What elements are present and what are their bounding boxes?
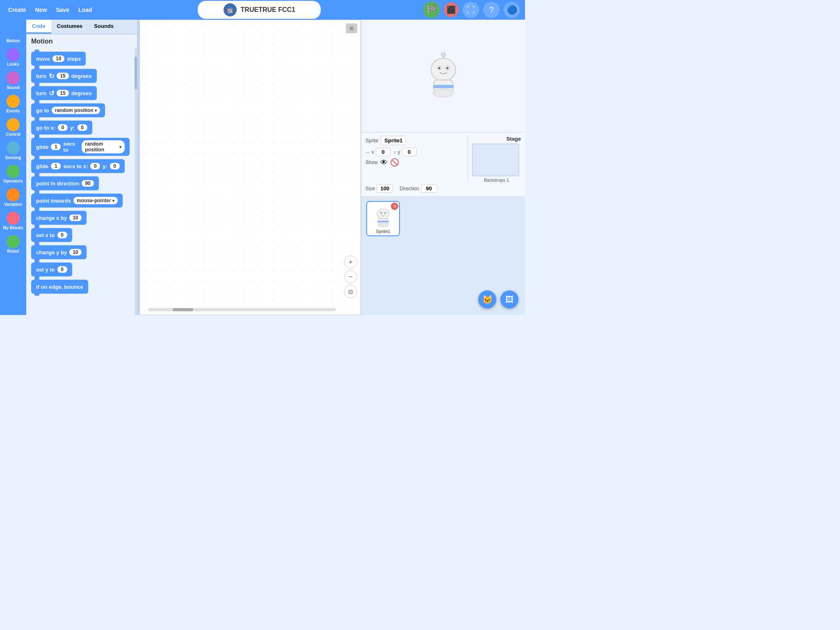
- main-layout: Motion Looks Sound Events Control Sensin…: [0, 20, 525, 315]
- motion-label: Motion: [7, 39, 20, 43]
- events-label: Events: [7, 109, 20, 113]
- sprite-info-container: Sprite Sprite1 ↔ x 0 ↕ y 0: [361, 132, 525, 196]
- stop-button[interactable]: ⬛: [444, 2, 459, 17]
- topbar-right: 🏁 ⬛ ⛶ ? 🔵: [423, 2, 520, 18]
- sensing-dot: [7, 142, 20, 155]
- operators-dot: [7, 165, 20, 178]
- sidebar-item-sensing[interactable]: Sensing: [3, 140, 24, 162]
- sprite-thumbnails-area: ✕ Sprite1 🐱 🖼: [361, 196, 525, 315]
- size-label: Size: [365, 186, 375, 192]
- svg-point-1: [441, 52, 445, 57]
- new-button[interactable]: New: [32, 5, 50, 15]
- canvas-minimap-btn[interactable]: ⊞: [346, 23, 357, 33]
- y-arrow-icon: ↕: [394, 150, 396, 155]
- block-turn-ccw[interactable]: turn ↺ 15 degrees: [31, 86, 97, 100]
- variables-dot: [7, 188, 20, 201]
- block-change-y[interactable]: change y by 10: [31, 245, 87, 259]
- svg-point-14: [385, 212, 386, 213]
- save-button[interactable]: Save: [52, 5, 73, 15]
- load-button[interactable]: Load: [75, 5, 95, 15]
- sensing-label: Sensing: [5, 155, 21, 160]
- x-value[interactable]: 0: [376, 148, 390, 156]
- block-set-x[interactable]: set x to 0: [31, 228, 72, 242]
- events-dot: [7, 95, 20, 108]
- sidebar-item-looks[interactable]: Looks: [4, 46, 22, 68]
- direction-group: Direction 90: [399, 184, 437, 193]
- sprite-info-top: Sprite Sprite1 ↔ x 0 ↕ y 0: [365, 136, 521, 183]
- green-flag-button[interactable]: 🏁: [423, 2, 440, 18]
- myblocks-label: My Blocks: [3, 226, 23, 230]
- sprite-thumb-1[interactable]: ✕ Sprite1: [366, 201, 400, 236]
- sprite-label: Sprite: [365, 138, 378, 144]
- svg-point-13: [381, 212, 381, 213]
- zoom-fit-button[interactable]: ⊟: [344, 285, 357, 298]
- sidebar-item-motion[interactable]: Motion: [4, 23, 23, 45]
- block-set-y[interactable]: set y to 0: [31, 262, 72, 276]
- y-label: y: [398, 149, 400, 155]
- svg-point-5: [438, 67, 440, 69]
- tab-sounds[interactable]: Sounds: [88, 20, 119, 34]
- block-move[interactable]: move 10 steps: [31, 52, 86, 66]
- add-backdrop-fab[interactable]: 🖼: [500, 290, 518, 308]
- block-point-dir[interactable]: point in direction 90: [31, 176, 99, 190]
- stage-preview: [361, 20, 525, 132]
- block-go-to-xy[interactable]: go to x: 0 y: 0: [31, 121, 92, 135]
- sidebar-item-sound[interactable]: Sound: [4, 70, 22, 91]
- stage-thumbnail[interactable]: [472, 144, 519, 176]
- sidebar-item-operators[interactable]: Operators: [1, 163, 25, 185]
- motion-dot: [7, 25, 20, 38]
- robot-sprite: [423, 51, 464, 100]
- direction-value[interactable]: 90: [421, 184, 437, 193]
- variables-label: Variables: [4, 202, 22, 207]
- block-turn-cw[interactable]: turn ↻ 15 degrees: [31, 69, 97, 83]
- block-change-x[interactable]: change x by 10: [31, 211, 87, 225]
- canvas-area[interactable]: ⊞ + − ⊟: [139, 20, 361, 315]
- svg-point-17: [378, 223, 388, 227]
- x-arrow-icon: ↔: [365, 150, 370, 155]
- block-if-edge[interactable]: if on edge, bounce: [31, 280, 88, 294]
- sprite-delete-btn[interactable]: ✕: [391, 203, 398, 210]
- show-eye-closed[interactable]: 🚫: [390, 158, 399, 167]
- y-value[interactable]: 0: [402, 148, 417, 156]
- add-sprite-fab[interactable]: 🐱: [478, 290, 496, 308]
- canvas-h-scrollbar-thumb[interactable]: [173, 308, 193, 311]
- sound-dot: [7, 71, 20, 84]
- fullscreen-button[interactable]: ⛶: [463, 2, 479, 18]
- tab-costumes[interactable]: Costumes: [51, 20, 89, 34]
- block-scroll: move 10 steps turn ↻ 15 degrees turn ↺ 1…: [26, 48, 135, 315]
- sidebar-item-events[interactable]: Events: [4, 93, 23, 115]
- looks-label: Looks: [7, 62, 19, 66]
- backdrops-label: Backdrops 1: [472, 178, 521, 183]
- block-glide-to-xy[interactable]: glide 1 secs to x: 0 y: 0: [31, 159, 125, 173]
- sidebar-item-control[interactable]: Control: [3, 116, 23, 138]
- canvas-h-scrollbar[interactable]: [148, 308, 336, 311]
- svg-rect-16: [378, 221, 388, 222]
- block-point-towards[interactable]: point towards mouse-pointer ▾: [31, 194, 123, 208]
- size-value[interactable]: 100: [377, 184, 393, 193]
- help-button[interactable]: ?: [483, 2, 500, 18]
- robot-dot: [7, 235, 20, 248]
- create-button[interactable]: Create: [5, 5, 30, 15]
- zoom-out-button[interactable]: −: [344, 270, 357, 283]
- zoom-controls: + − ⊟: [344, 256, 357, 298]
- sprite-xy-row: ↔ x 0 ↕ y 0: [365, 148, 464, 156]
- sidebar-item-variables[interactable]: Variables: [2, 187, 25, 208]
- show-row: Show 👁 🚫: [365, 158, 464, 167]
- canvas-background-dots: [140, 20, 361, 315]
- stage-section: Stage Backdrops 1: [468, 136, 521, 183]
- sprite-name-value[interactable]: Sprite1: [381, 136, 406, 145]
- block-go-to[interactable]: go to random position ▾: [31, 103, 105, 117]
- svg-rect-8: [434, 85, 453, 88]
- y-group: ↕ y 0: [394, 148, 417, 156]
- project-avatar: 🤖: [224, 3, 237, 16]
- zoom-in-button[interactable]: +: [344, 256, 357, 269]
- right-panel: Sprite Sprite1 ↔ x 0 ↕ y 0: [361, 20, 525, 315]
- bluetooth-button[interactable]: 🔵: [504, 2, 520, 18]
- sidebar-item-my-blocks[interactable]: My Blocks: [0, 210, 25, 232]
- myblocks-dot: [7, 212, 20, 225]
- block-glide-to[interactable]: glide 1 secs to random position ▾: [31, 138, 130, 156]
- looks-dot: [7, 48, 20, 61]
- tab-code[interactable]: Code: [26, 20, 51, 34]
- sidebar-item-robot[interactable]: Robot: [4, 233, 22, 255]
- show-eye-open[interactable]: 👁: [380, 158, 388, 167]
